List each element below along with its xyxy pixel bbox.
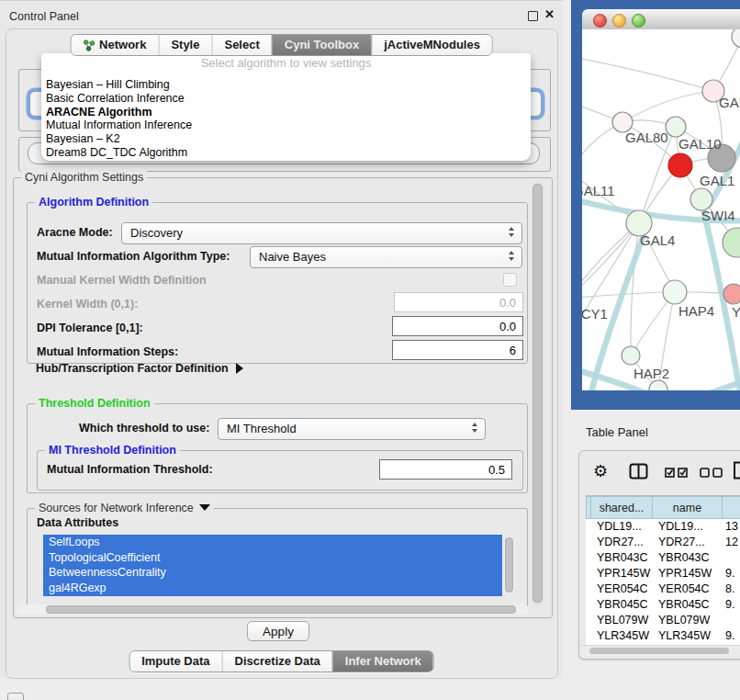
node-partial-topright[interactable] bbox=[732, 29, 740, 48]
table-cell[interactable]: YDR27... bbox=[591, 535, 653, 550]
node-GAL10[interactable] bbox=[666, 117, 686, 137]
data-attributes-label: Data Attributes bbox=[37, 516, 118, 529]
algorithm-option-basic-correlation-inference[interactable]: Basic Correlation Inference bbox=[46, 92, 526, 106]
table-panel-title: Table Panel bbox=[586, 425, 648, 439]
table-cell[interactable]: 8. bbox=[723, 581, 740, 597]
algorithm-option-mutual-information-inference[interactable]: Mutual Information Inference bbox=[46, 119, 526, 132]
table-cell[interactable]: YER054C bbox=[653, 581, 723, 597]
window-titlebar[interactable] bbox=[582, 9, 740, 30]
settings-vertical-scrollbar[interactable] bbox=[532, 182, 544, 606]
table-cell[interactable]: YBL079W bbox=[591, 613, 653, 628]
minimize-window-button[interactable] bbox=[612, 14, 626, 28]
table-cell[interactable]: YBR045C bbox=[653, 597, 723, 613]
table-cell[interactable]: 9. bbox=[723, 597, 740, 613]
table-cell[interactable]: YBR043C bbox=[591, 550, 653, 566]
kernel-width-field[interactable]: 0.0 bbox=[394, 292, 523, 312]
collapse-arrow-icon bbox=[199, 504, 210, 511]
tab-label: Style bbox=[171, 35, 199, 55]
new-table-icon[interactable] bbox=[733, 461, 740, 483]
tab-impute-data[interactable]: Impute Data bbox=[129, 651, 221, 672]
close-window-button[interactable] bbox=[593, 14, 607, 28]
node-HAP4[interactable] bbox=[663, 280, 687, 304]
network-edge bbox=[582, 55, 713, 91]
deselect-all-columns-icon[interactable] bbox=[700, 466, 724, 482]
table-horizontal-scrollbar[interactable] bbox=[581, 645, 740, 656]
table-cell[interactable]: YPR145W bbox=[591, 566, 653, 581]
close-panel-icon[interactable]: ✕ bbox=[544, 7, 555, 21]
bottom-tabbar: Impute DataDiscretize DataInfer Network bbox=[129, 650, 434, 672]
sources-title-text: Sources for Network Inference bbox=[39, 502, 194, 514]
table-cell[interactable]: 9. bbox=[723, 628, 740, 644]
table-cell[interactable]: YDL19... bbox=[591, 519, 653, 535]
hub-definition-label: Hub/Transcription Factor Definition bbox=[36, 362, 229, 375]
table-cell[interactable] bbox=[723, 613, 740, 628]
algorithm-option-dream8-dc-tdc-algorithm[interactable]: Dream8 DC_TDC Algorithm bbox=[46, 146, 526, 160]
table-cell[interactable]: YLR345W bbox=[653, 628, 723, 644]
attribute-item-topologicalcoefficient[interactable]: TopologicalCoefficient bbox=[43, 550, 502, 566]
column-header-name[interactable]: name bbox=[652, 496, 723, 519]
table-cell[interactable]: 12 bbox=[723, 535, 740, 550]
table-cell[interactable]: YBR043C bbox=[653, 550, 723, 566]
settings-horizontal-scrollbar[interactable] bbox=[17, 604, 529, 615]
table-cell[interactable]: YDR27... bbox=[653, 535, 723, 550]
column-header-shared-[interactable]: shared... bbox=[590, 496, 653, 519]
list-vertical-scrollbar[interactable] bbox=[504, 536, 514, 594]
algorithm-definition-title: Algorithm Definition bbox=[35, 196, 152, 209]
tab-infer-network[interactable]: Infer Network bbox=[332, 651, 433, 672]
table-cell[interactable]: YER054C bbox=[591, 581, 653, 597]
tab-network[interactable]: Network bbox=[71, 35, 158, 55]
mi-threshold-field[interactable]: 0.5 bbox=[379, 459, 512, 480]
panel-title: Control Panel bbox=[9, 10, 79, 23]
network-canvas[interactable]: GAL7GAL80GAL10GAL1GAL11SWI4GAL4GCY1HAP4Y… bbox=[582, 29, 740, 390]
tab-jactivemnodules[interactable]: jActiveMNodules bbox=[371, 35, 492, 55]
split-columns-icon[interactable] bbox=[629, 463, 648, 483]
dpi-tolerance-field[interactable]: 0.0 bbox=[392, 316, 523, 336]
tab-discretize-data[interactable]: Discretize Data bbox=[222, 651, 332, 672]
algorithm-option-aracne-algorithm[interactable]: ARACNE Algorithm bbox=[46, 106, 526, 119]
table-cell[interactable]: YLR345W bbox=[591, 628, 653, 644]
mi-type-label: Mutual Information Algorithm Type: bbox=[37, 250, 230, 263]
table-cell[interactable]: YBR045C bbox=[591, 597, 653, 613]
gear-icon[interactable]: ⚙ bbox=[593, 463, 608, 480]
tab-label: Cyni Toolbox bbox=[285, 35, 359, 55]
attribute-item-betweennesscentrality[interactable]: BetweennessCentrality bbox=[43, 565, 502, 581]
tab-select[interactable]: Select bbox=[211, 35, 271, 55]
attribute-item-selfloops[interactable]: SelfLoops bbox=[43, 535, 502, 550]
table-cell[interactable] bbox=[723, 550, 740, 566]
manual-kernel-checkbox[interactable] bbox=[503, 273, 517, 287]
tab-cyni-toolbox[interactable]: Cyni Toolbox bbox=[272, 35, 371, 55]
tab-style[interactable]: Style bbox=[158, 35, 211, 55]
algorithm-definition-group: Algorithm Definition Aracne Mode: Discov… bbox=[27, 202, 528, 364]
attribute-item-gal4rgexp[interactable]: gal4RGexp bbox=[43, 581, 502, 596]
select-all-columns-icon[interactable] bbox=[665, 466, 690, 482]
minimized-panel-icon[interactable] bbox=[7, 693, 24, 700]
table-cell[interactable]: 13 bbox=[723, 519, 740, 535]
mi-type-combobox[interactable]: Naive Bayes bbox=[250, 246, 522, 268]
node-salmon[interactable] bbox=[723, 284, 740, 304]
dropdown-placeholder: Select algorithm to view settings bbox=[41, 56, 531, 70]
float-panel-icon[interactable] bbox=[528, 11, 538, 21]
which-threshold-combobox[interactable]: MI Threshold bbox=[218, 418, 486, 440]
node-GAL1[interactable] bbox=[668, 153, 692, 177]
algorithm-option-bayesian-k2[interactable]: Bayesian – K2 bbox=[46, 132, 526, 146]
algorithm-option-bayesian-hill-climbing[interactable]: Bayesian – Hill Climbing bbox=[46, 78, 526, 92]
table-cell[interactable]: 9. bbox=[723, 566, 740, 581]
tab-label: Infer Network bbox=[345, 651, 421, 672]
table-cell[interactable]: YPR145W bbox=[653, 566, 723, 581]
stepper-arrows-icon bbox=[472, 423, 477, 433]
sources-group-title: Sources for Network Inference bbox=[35, 502, 214, 514]
column-header-a[interactable]: A bbox=[722, 496, 740, 519]
which-threshold-label: Which threshold to use: bbox=[79, 422, 209, 435]
node-HAP2[interactable] bbox=[622, 346, 640, 365]
apply-button[interactable]: Apply bbox=[247, 621, 309, 641]
aracne-mode-combobox[interactable]: Discovery bbox=[121, 222, 522, 244]
zoom-window-button[interactable] bbox=[632, 14, 645, 28]
mi-steps-field[interactable]: 6 bbox=[392, 340, 523, 360]
tab-label: Select bbox=[224, 35, 259, 55]
expand-arrow-icon bbox=[236, 363, 243, 374]
node-big-green[interactable] bbox=[723, 228, 740, 257]
table-cell[interactable]: YDL19... bbox=[653, 519, 723, 535]
table-cell[interactable]: YBL079W bbox=[653, 613, 723, 628]
algorithm-dropdown-popup: Select algorithm to view settings Bayesi… bbox=[41, 53, 531, 161]
hub-definition-expander[interactable]: Hub/Transcription Factor Definition bbox=[36, 362, 243, 375]
